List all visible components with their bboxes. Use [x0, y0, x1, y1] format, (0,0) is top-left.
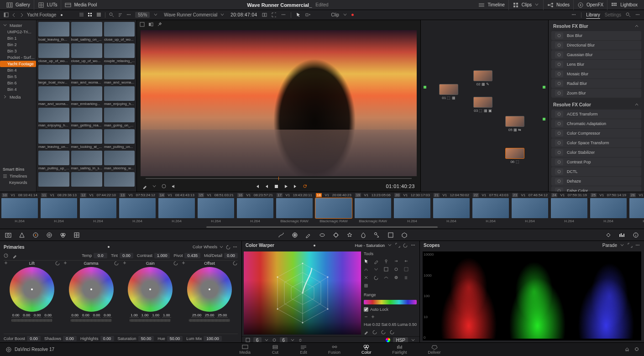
hue-value[interactable]: 50.00: [167, 336, 183, 341]
push-tool-icon[interactable]: [404, 259, 412, 265]
warper-grid[interactable]: [244, 251, 361, 335]
wheel-value[interactable]: 0.00: [43, 313, 52, 318]
pull-tool-icon[interactable]: [394, 259, 402, 265]
clip-cell[interactable]: 12V107:44:22:10H.264: [79, 192, 118, 225]
grid-view-icon[interactable]: [246, 338, 251, 343]
temp-value[interactable]: 0.0: [94, 253, 107, 258]
node-graph[interactable]: 01 ⬚ ▦ 02 ▦ ✎ 03 ⬚ ▦ ▣ 05 ▦ ⇆ 06 ⬚: [420, 20, 548, 192]
page-cut[interactable]: Cut: [269, 343, 282, 356]
media-thumbnail[interactable]: man_and_woma...: [104, 65, 135, 84]
page-fairlight[interactable]: Fairlight: [390, 343, 410, 356]
viewer-timecode[interactable]: 01:01:40:23: [386, 183, 415, 189]
media-thumbnail[interactable]: man_enjoying_h...: [38, 108, 69, 127]
clip-cell[interactable]: 10V108:10:41:14H.264: [0, 192, 39, 225]
wheel-target-icon[interactable]: [181, 261, 186, 266]
jog-wheel[interactable]: [189, 319, 230, 322]
reset-icon[interactable]: [173, 261, 178, 266]
shadows-value[interactable]: 0.00: [63, 336, 77, 341]
curves-icon[interactable]: [277, 231, 285, 239]
fx-item[interactable]: Box Blur: [551, 31, 641, 40]
color-space-icon[interactable]: [386, 338, 390, 342]
expand-icon[interactable]: [628, 243, 633, 248]
gallery-toggle[interactable]: Gallery: [3, 0, 34, 10]
reel-name[interactable]: Wave Runner Commercial: [164, 12, 217, 17]
chevron-down-icon[interactable]: [220, 12, 225, 17]
wheel-target-icon[interactable]: [4, 261, 9, 266]
media-thumbnail[interactable]: couple_relaxing_...: [104, 43, 135, 63]
media-thumbnail[interactable]: man_sailing_in_s...: [71, 151, 102, 170]
clip-cell[interactable]: 16V108:23:57:21H.264: [236, 192, 275, 225]
wheel-value[interactable]: 0.00: [11, 313, 21, 318]
media-thumbnail[interactable]: man_steering_w...: [104, 151, 135, 170]
select-all-icon[interactable]: [404, 267, 412, 273]
viewmode-thumb-icon[interactable]: [88, 12, 93, 17]
wheel-value[interactable]: 25.00: [191, 313, 202, 318]
clip-cell[interactable]: 22V107:51:43:03H.264: [471, 192, 510, 225]
media-thumbnail[interactable]: man_and_woma...: [38, 86, 69, 106]
reset-icon[interactable]: [55, 261, 60, 266]
bin-master[interactable]: Master: [0, 22, 36, 29]
page-edit[interactable]: Edit: [297, 343, 310, 356]
wheel-value[interactable]: 25.00: [217, 313, 228, 318]
increase-falloff-icon[interactable]: [364, 267, 372, 273]
bin-item[interactable]: Bin 4: [0, 86, 36, 93]
reset-icon[interactable]: [390, 330, 395, 335]
nav-back-icon[interactable]: [11, 12, 16, 17]
tracking-icon[interactable]: [332, 231, 340, 239]
page-media[interactable]: Media: [237, 343, 254, 356]
scopes-mode[interactable]: Parade: [602, 243, 617, 248]
convert-pin-icon[interactable]: [394, 267, 402, 273]
bin-item[interactable]: Bin 4: [0, 67, 36, 73]
viewmode-list-icon[interactable]: [79, 12, 84, 17]
search-icon[interactable]: [626, 12, 631, 17]
reset-icon[interactable]: [403, 243, 408, 248]
motion-effects-icon[interactable]: [73, 231, 80, 239]
options-icon[interactable]: [411, 243, 416, 248]
fx-item[interactable]: Zoom Blur: [551, 89, 641, 98]
clip-scrollbar[interactable]: [0, 225, 644, 229]
media-thumbnail[interactable]: man_leaving_on...: [38, 129, 69, 149]
highlight-icon[interactable]: [140, 22, 145, 27]
tint-value[interactable]: 0.00: [120, 253, 133, 258]
search-icon[interactable]: [109, 12, 114, 17]
wheel-value[interactable]: 1.00: [130, 313, 139, 318]
media-thumbnail[interactable]: man_and_woma...: [71, 65, 102, 84]
wheel-value[interactable]: 0.00: [103, 313, 112, 318]
clip-cell[interactable]: 19V113:23:05:06Blackmagic RAW: [353, 192, 393, 225]
warper-luma-value[interactable]: 0.50: [408, 322, 417, 327]
reset-column-icon[interactable]: [404, 275, 412, 282]
media-thumbnail[interactable]: large_boat_mov...: [38, 65, 69, 84]
fx-item[interactable]: Color Compressor: [551, 129, 641, 138]
colorboost-value[interactable]: 0.00: [27, 336, 41, 341]
options-icon[interactable]: [281, 12, 286, 17]
node-03[interactable]: 03 ⬚ ▦ ▣: [473, 97, 492, 113]
chevron-down-icon[interactable]: [219, 245, 224, 250]
wheel-target-icon[interactable]: [122, 261, 127, 266]
node-02[interactable]: 02 ▦ ✎: [473, 70, 492, 86]
media-thumbnail[interactable]: man_pulling_up_...: [38, 151, 69, 170]
color-match-icon[interactable]: [18, 231, 26, 239]
media-thumbnail[interactable]: man_enjoying_h...: [104, 86, 135, 106]
chevron-down-icon[interactable]: [152, 184, 157, 189]
reset-icon[interactable]: [114, 261, 119, 266]
warper-sat-value[interactable]: 0.65: [388, 322, 397, 327]
auto-balance-icon[interactable]: [4, 253, 9, 258]
fx-item[interactable]: Color Space Transform: [551, 138, 641, 147]
fx-group-blur-header[interactable]: Resolve FX Blur: [549, 22, 644, 31]
wheel-value[interactable]: 0.00: [22, 313, 31, 318]
pointer-icon[interactable]: [296, 12, 301, 17]
wand-icon[interactable]: [157, 22, 162, 27]
stop-icon[interactable]: [274, 184, 279, 189]
split-view-icon[interactable]: [262, 12, 267, 17]
chevron-down-icon[interactable]: [264, 338, 269, 343]
goto-start-icon[interactable]: [255, 184, 260, 189]
bin-item[interactable]: Bin 6: [0, 80, 36, 86]
saturation-value[interactable]: 50.00: [138, 336, 154, 341]
page-fusion[interactable]: Fusion: [325, 343, 343, 356]
options-icon[interactable]: [233, 245, 238, 250]
jog-wheel[interactable]: [71, 319, 112, 322]
sidebar-toggle-icon[interactable]: [4, 12, 9, 17]
fx-group-color-header[interactable]: Resolve FX Color: [549, 100, 644, 109]
wheel-value[interactable]: 25.00: [204, 313, 215, 318]
color-wheel-gain[interactable]: Gain1.001.001.001.00: [122, 261, 179, 334]
